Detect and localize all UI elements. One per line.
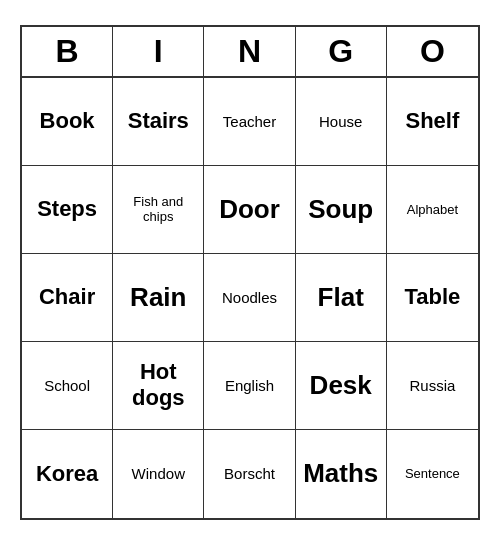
bingo-cell: Chair (22, 254, 113, 342)
bingo-cell: Maths (296, 430, 387, 518)
header-letter: N (204, 27, 295, 76)
bingo-cell: House (296, 78, 387, 166)
bingo-cell: Desk (296, 342, 387, 430)
bingo-cell: Alphabet (387, 166, 478, 254)
bingo-cell: Book (22, 78, 113, 166)
bingo-cell: Korea (22, 430, 113, 518)
bingo-grid: BookStairsTeacherHouseShelfStepsFish and… (22, 78, 478, 518)
bingo-header: BINGO (22, 27, 478, 78)
bingo-cell: Window (113, 430, 204, 518)
bingo-cell: Teacher (204, 78, 295, 166)
header-letter: I (113, 27, 204, 76)
bingo-cell: Russia (387, 342, 478, 430)
bingo-cell: Door (204, 166, 295, 254)
bingo-cell: Noodles (204, 254, 295, 342)
bingo-card: BINGO BookStairsTeacherHouseShelfStepsFi… (20, 25, 480, 520)
bingo-cell: Borscht (204, 430, 295, 518)
bingo-cell: Steps (22, 166, 113, 254)
bingo-cell: School (22, 342, 113, 430)
bingo-cell: Soup (296, 166, 387, 254)
bingo-cell: Shelf (387, 78, 478, 166)
bingo-cell: Hot dogs (113, 342, 204, 430)
bingo-cell: Fish and chips (113, 166, 204, 254)
header-letter: B (22, 27, 113, 76)
bingo-cell: English (204, 342, 295, 430)
header-letter: G (296, 27, 387, 76)
header-letter: O (387, 27, 478, 76)
bingo-cell: Table (387, 254, 478, 342)
bingo-cell: Stairs (113, 78, 204, 166)
bingo-cell: Rain (113, 254, 204, 342)
bingo-cell: Flat (296, 254, 387, 342)
bingo-cell: Sentence (387, 430, 478, 518)
